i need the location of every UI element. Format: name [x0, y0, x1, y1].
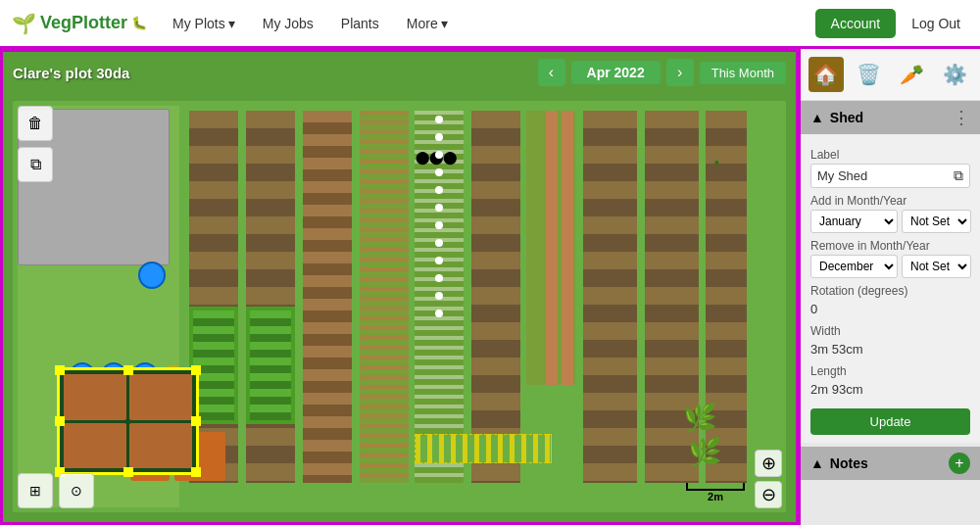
notes-panel-header[interactable]: ▲ Notes +	[801, 447, 980, 480]
garden-visual: 🌿 🌿 • ⬤ ⬤ ⬤	[3, 52, 796, 522]
shed-panel-body: Label My Shed ⧉ Add in Month/Year Januar…	[801, 134, 980, 443]
nav-item-my-jobs[interactable]: My Jobs	[253, 10, 323, 37]
shed-panel-title: ▲ Shed	[810, 110, 863, 125]
add-month-select[interactable]: JanuaryFebruaryMarch AprilMayJune JulyAu…	[810, 210, 898, 233]
add-year-select[interactable]: Not Set202120222023	[902, 210, 971, 233]
header: 🌱 VegPlotter 🐛 My Plots ▾ My Jobs Plants…	[0, 0, 980, 49]
plant-icon-button[interactable]: 🥕	[894, 57, 929, 92]
add-note-button[interactable]: +	[949, 453, 970, 474]
scale-line	[686, 483, 745, 491]
prev-month-button[interactable]: ‹	[538, 59, 565, 86]
chevron-down-icon-more: ▾	[441, 16, 448, 31]
chevron-down-icon: ▾	[228, 16, 235, 31]
rotation-value: 0	[810, 300, 970, 318]
plot-area: Clare's plot 30da ‹ Apr 2022 › This Mont…	[0, 49, 799, 525]
shed-icon-button[interactable]: 🏠	[808, 57, 844, 92]
chevron-up-icon-notes: ▲	[810, 455, 824, 471]
trash-icon-button[interactable]: 🗑️	[852, 57, 887, 92]
marker-blue-1	[138, 262, 166, 289]
account-button[interactable]: Account	[815, 9, 897, 38]
shed-panel-header[interactable]: ▲ Shed ⋮	[801, 101, 980, 134]
gear-icon-button[interactable]: ⚙️	[937, 57, 972, 92]
next-month-button[interactable]: ›	[666, 59, 694, 86]
update-button[interactable]: Update	[810, 408, 970, 435]
logo-icon: 🌱	[12, 12, 36, 35]
shed-panel-more-icon[interactable]: ⋮	[953, 107, 970, 128]
logo-bug-icon: 🐛	[131, 16, 147, 30]
remove-year-select[interactable]: Not Set202120222023	[902, 255, 971, 278]
label-field-value: My Shed ⧉	[810, 164, 970, 188]
label-field-label: Label	[810, 148, 970, 162]
add-month-year-row: JanuaryFebruaryMarch AprilMayJune JulyAu…	[810, 210, 970, 233]
notes-title: ▲ Notes	[810, 455, 868, 471]
zoom-controls: ⊕ ⊖	[755, 450, 782, 508]
plant-icon-3: •	[714, 155, 719, 170]
logo-text: VegPlotter	[40, 13, 127, 33]
left-toolbar: 🗑 ⧉	[18, 106, 53, 182]
nav-item-my-plots[interactable]: My Plots ▾	[163, 10, 245, 37]
zoom-out-button[interactable]: ⊖	[755, 481, 782, 508]
zoom-in-button[interactable]: ⊕	[755, 450, 782, 477]
chevron-up-icon: ▲	[810, 110, 824, 125]
selected-shed[interactable]	[57, 367, 199, 475]
remove-month-year-row: JanuaryFebruaryMarch AprilMayJune JulyAu…	[810, 255, 970, 278]
scale-bar: 2m	[686, 483, 745, 502]
remove-month-year-label: Remove in Month/Year	[810, 239, 970, 253]
resize-handle-tl[interactable]	[55, 365, 65, 375]
this-month-button[interactable]: This Month	[700, 62, 786, 84]
width-value: 3m 53cm	[810, 340, 970, 358]
length-label: Length	[810, 364, 970, 378]
remove-month-select[interactable]: JanuaryFebruaryMarch AprilMayJune JulyAu…	[810, 255, 898, 278]
date-badge: Apr 2022	[571, 61, 661, 84]
plot-topbar: Clare's plot 30da ‹ Apr 2022 › This Mont…	[3, 52, 796, 93]
copy-tool-button[interactable]: ⧉	[18, 147, 53, 182]
logout-button[interactable]: Log Out	[904, 9, 968, 38]
label-edit-icon[interactable]: ⧉	[954, 167, 963, 184]
plant-icon-1: 🌿	[683, 402, 717, 434]
nav-item-plants[interactable]: Plants	[331, 10, 389, 37]
resize-handle-tm[interactable]	[123, 365, 133, 375]
circle-tool-button[interactable]: ⊙	[59, 473, 94, 508]
resize-handle-ml[interactable]	[55, 416, 65, 426]
resize-handle-mr[interactable]	[191, 416, 201, 426]
logo: 🌱 VegPlotter 🐛	[12, 12, 147, 35]
resize-handle-tr[interactable]	[191, 365, 201, 375]
bottom-toolbar: ⊞ ⊙	[18, 473, 94, 508]
resize-handle-br[interactable]	[191, 467, 201, 477]
plant-icon-2: 🌿	[688, 436, 722, 468]
rotation-label: Rotation (degrees)	[810, 284, 970, 298]
nav-item-more[interactable]: More ▾	[397, 10, 458, 37]
grid-tool-button[interactable]: ⊞	[18, 473, 53, 508]
shed-panel: ▲ Shed ⋮ Label My Shed ⧉ Add in Month/Ye…	[801, 101, 980, 443]
plot-title: Clare's plot 30da	[13, 65, 532, 81]
sidebar: 🏠 🗑️ 🥕 ⚙️ ▲ Shed ⋮ Label My Shed ⧉ Add i…	[799, 49, 980, 525]
resize-handle-bm[interactable]	[123, 467, 133, 477]
delete-tool-button[interactable]: 🗑	[18, 106, 53, 141]
length-value: 2m 93cm	[810, 380, 970, 399]
width-label: Width	[810, 324, 970, 338]
sidebar-icon-row: 🏠 🗑️ 🥕 ⚙️	[801, 49, 980, 101]
notes-panel: ▲ Notes +	[801, 447, 980, 480]
add-month-year-label: Add in Month/Year	[810, 194, 970, 208]
scale-label: 2m	[708, 491, 723, 502]
main-layout: Clare's plot 30da ‹ Apr 2022 › This Mont…	[0, 49, 980, 525]
